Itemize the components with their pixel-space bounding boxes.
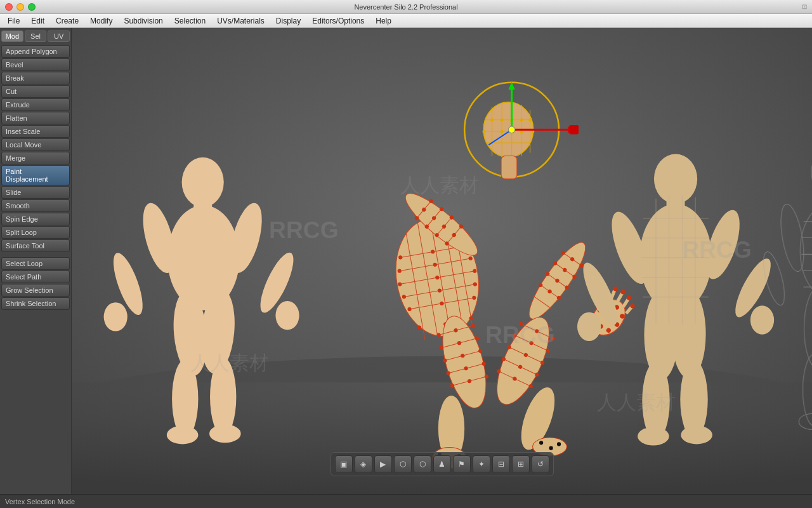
svg-point-56 — [490, 118, 494, 121]
flag-tool[interactable]: ⚑ — [453, 455, 471, 473]
svg-point-172 — [557, 442, 561, 446]
svg-point-57 — [501, 118, 504, 121]
sidebar-sel-buttons: Select LoopSelect PathGrow SelectionShri… — [0, 257, 71, 311]
svg-point-17 — [209, 424, 241, 443]
sidebar-btn-surface-tool[interactable]: Surface Tool — [1, 239, 70, 252]
sidebar-btn-smooth[interactable]: Smooth — [1, 199, 70, 212]
menu-item-create[interactable]: Create — [51, 15, 84, 27]
svg-text:人人素材: 人人素材 — [400, 174, 479, 196]
menu-item-modify[interactable]: Modify — [85, 15, 117, 27]
menu-bar: FileEditCreateModifySubdivisionSelection… — [0, 14, 812, 28]
sidebar-btn-select-path[interactable]: Select Path — [1, 271, 70, 283]
window-controls[interactable] — [5, 3, 36, 11]
sidebar-btn-spin-edge[interactable]: Spin Edge — [1, 213, 70, 225]
sidebar-btn-paint-displacement[interactable]: Paint Displacement — [1, 165, 70, 185]
polygon-tool[interactable]: ⬡ — [414, 455, 431, 473]
svg-point-59 — [520, 118, 523, 121]
rotate-tool[interactable]: ▶ — [374, 455, 392, 473]
svg-point-179 — [508, 126, 514, 133]
svg-point-188 — [750, 305, 774, 334]
svg-point-194 — [681, 425, 712, 444]
sidebar-btn-merge[interactable]: Merge — [1, 152, 70, 164]
sidebar-btn-select-loop[interactable]: Select Loop — [1, 257, 70, 270]
svg-point-11 — [275, 301, 299, 330]
main-area: Mod Sel UV Append PolygonBevelBreakCutEx… — [0, 28, 812, 494]
frame-tool[interactable]: ⊞ — [512, 455, 530, 473]
svg-point-14 — [167, 425, 199, 444]
bottom-toolbar: ▣◈▶⬡⬡♟⚑✦⊟⊞↺ — [331, 452, 554, 476]
svg-text:RRCG: RRCG — [269, 217, 339, 243]
tab-mod[interactable]: Mod — [1, 30, 23, 42]
star-tool[interactable]: ✦ — [473, 455, 490, 473]
sidebar-btn-slide[interactable]: Slide — [1, 186, 70, 199]
menu-item-uvs/materials[interactable]: UVs/Materials — [212, 15, 270, 27]
scale-tool[interactable]: ⬡ — [394, 455, 412, 473]
sidebar-btn-break[interactable]: Break — [1, 72, 70, 84]
svg-point-60 — [528, 118, 532, 121]
status-text: Vertex Selection Mode — [5, 498, 75, 505]
svg-point-5 — [182, 157, 224, 208]
tab-sel[interactable]: Sel — [25, 30, 47, 42]
sidebar-btn-local-move[interactable]: Local Move — [1, 138, 70, 151]
close-button[interactable] — [5, 3, 13, 11]
menu-item-selection[interactable]: Selection — [169, 15, 211, 27]
scene-svg: RRCG RRCG RRCG 人人素材 人人素材 人人素材 — [72, 28, 812, 494]
sidebar-btn-grow-selection[interactable]: Grow Selection — [1, 284, 70, 297]
app-title: Nevercenter Silo 2.2 Professional — [354, 3, 457, 11]
maximize-button[interactable] — [28, 3, 36, 11]
svg-rect-177 — [570, 125, 579, 134]
sidebar-tabs: Mod Sel UV — [0, 29, 71, 44]
sidebar-buttons: Append PolygonBevelBreakCutExtrudeFlatte… — [0, 44, 71, 253]
menu-item-file[interactable]: File — [3, 15, 25, 27]
svg-rect-67 — [501, 156, 517, 179]
sidebar-btn-bevel[interactable]: Bevel — [1, 58, 70, 71]
svg-point-61 — [483, 130, 486, 133]
menu-item-edit[interactable]: Edit — [26, 15, 49, 27]
svg-point-62 — [501, 130, 504, 133]
svg-text:RRCG: RRCG — [485, 321, 555, 348]
svg-point-191 — [638, 427, 669, 446]
sidebar-btn-cut[interactable]: Cut — [1, 85, 70, 98]
undo-tool[interactable]: ↺ — [532, 455, 549, 473]
svg-point-170 — [539, 441, 543, 444]
sidebar-btn-split-loop[interactable]: Split Loop — [1, 226, 70, 239]
menu-item-help[interactable]: Help — [370, 15, 396, 27]
sidebar-btn-append-polygon[interactable]: Append Polygon — [1, 45, 70, 58]
svg-text:人人素材: 人人素材 — [597, 391, 676, 413]
move-tool[interactable]: ◈ — [355, 455, 372, 473]
sidebar-btn-flatten[interactable]: Flatten — [1, 112, 70, 124]
viewport[interactable]: Perspective — [72, 28, 812, 494]
svg-text:人人素材: 人人素材 — [190, 352, 269, 374]
sidebar-btn-extrude[interactable]: Extrude — [1, 98, 70, 111]
human-tool[interactable]: ♟ — [433, 455, 451, 473]
sidebar-btn-shrink-selection[interactable]: Shrink Selection — [1, 297, 70, 310]
menu-item-display[interactable]: Display — [271, 15, 306, 27]
svg-point-185 — [577, 312, 601, 341]
sidebar-btn-inset-scale[interactable]: Inset Scale — [1, 125, 70, 138]
svg-point-182 — [654, 154, 697, 204]
minimize-button[interactable] — [16, 3, 24, 11]
menu-item-subdivision[interactable]: Subdivision — [119, 15, 167, 27]
svg-text:RRCG: RRCG — [682, 236, 752, 263]
resize-icon: ⊡ — [802, 3, 807, 10]
svg-point-171 — [549, 446, 553, 450]
svg-point-8 — [104, 302, 128, 331]
status-bar: Vertex Selection Mode — [0, 494, 812, 508]
select-tool[interactable]: ▣ — [335, 455, 353, 473]
grid-tool[interactable]: ⊟ — [492, 455, 510, 473]
menu-item-editors/options[interactable]: Editors/Options — [307, 15, 369, 27]
title-bar: Nevercenter Silo 2.2 Professional ⊡ — [0, 0, 812, 14]
tab-uv[interactable]: UV — [48, 30, 70, 42]
sidebar: Mod Sel UV Append PolygonBevelBreakCutEx… — [0, 28, 72, 494]
